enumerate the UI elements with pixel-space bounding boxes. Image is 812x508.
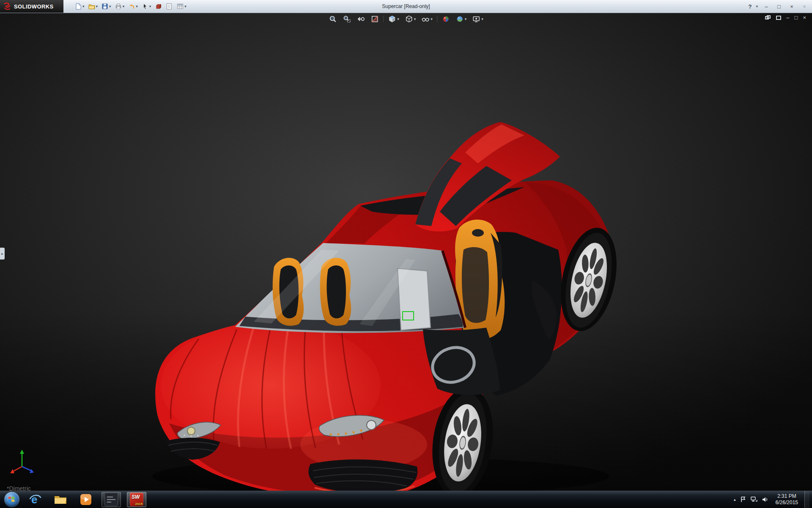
caret-down-icon[interactable]: ▾ [82,4,85,8]
taskbar-item-command-window[interactable] [102,492,121,507]
close-button[interactable]: × [787,3,796,10]
undo-button[interactable]: ▾ [126,1,139,11]
taskbar-item-solidworks[interactable]: SW 2015 [127,492,146,507]
heads-up-view-toolbar: ▾ ▾ ▾ [327,14,485,24]
toolbar-separator [383,16,384,22]
appearance-sphere-icon [442,15,450,23]
table-icon [176,3,184,10]
standard-toolbar: ▾ ▾ ▾ ▾ [73,1,188,11]
zoom-to-area-icon [343,15,351,23]
close-document-button[interactable]: × [800,3,809,10]
open-document-button[interactable]: ▾ [87,1,99,11]
caret-down-icon[interactable]: ▾ [481,17,483,21]
edit-appearance-button[interactable] [440,14,451,24]
edit-component-button[interactable] [153,1,163,11]
save-button[interactable]: ▾ [100,1,112,11]
sheet-icon [165,3,173,10]
internet-explorer-icon: e [28,493,42,506]
expand-right-icon: ▸ [1,252,3,256]
start-button[interactable] [4,492,19,507]
taskbar-item-media-player[interactable] [76,492,96,507]
display-style-button[interactable]: ▾ [403,14,417,24]
window-title: Supercar [Read-only] [382,3,430,9]
z-axis [22,467,31,471]
folder-icon [53,493,68,506]
caret-down-icon[interactable]: ▾ [184,4,187,8]
menu-expand-arrow[interactable]: ▸ [65,4,67,9]
caret-down-icon[interactable]: ▾ [96,4,98,8]
car-windshield [235,243,465,333]
previous-view-button[interactable] [355,14,366,24]
help-caret-icon[interactable]: ▾ [756,4,758,8]
doc-minimize-button[interactable]: – [786,14,789,21]
maximize-button[interactable]: □ [775,3,783,10]
zoom-to-fit-button[interactable] [327,14,338,24]
printer-icon [115,3,122,10]
solidworks-icon-text: SW [132,494,140,500]
network-icon[interactable] [750,496,758,503]
zoom-to-area-button[interactable] [341,14,352,24]
windows-flag-icon [8,496,16,503]
action-center-icon[interactable] [740,496,746,503]
brand-text: SOLIDWORKS [14,3,54,10]
system-tray: ▴ 2:31 PM 6/26/2015 [734,491,812,508]
caret-down-icon[interactable]: ▾ [465,17,467,21]
previous-view-icon [357,15,365,23]
graphics-area[interactable]: ▾ ▾ ▾ [0,13,812,491]
component-cube-icon [154,3,162,10]
taskbar: e SW 2015 ▴ [0,491,812,508]
caret-down-icon[interactable]: ▾ [397,17,399,21]
document-window-controls: – □ × [765,14,806,21]
solidworks-logo-icon [3,2,12,11]
caret-down-icon[interactable]: ▾ [414,17,416,21]
caret-down-icon[interactable]: ▾ [431,17,433,21]
toolbar-separator [437,16,437,22]
sheet-button[interactable] [164,1,174,11]
titlebar-right-controls: ? ▾ – □ × × [749,3,812,10]
hide-show-items-button[interactable]: ▾ [420,14,434,24]
section-view-button[interactable] [369,14,380,24]
doc-close-button[interactable]: × [803,14,806,21]
apply-scene-button[interactable]: ▾ [454,14,468,24]
caret-down-icon[interactable]: ▾ [136,4,138,8]
new-document-button[interactable]: ▾ [73,1,86,11]
command-window-icon [104,493,118,506]
new-document-icon [74,3,82,10]
solidworks-logo[interactable]: SOLIDWORKS [0,0,63,13]
open-folder-icon [88,3,96,10]
undo-arrow-icon [128,3,135,10]
zoom-to-fit-icon [329,15,337,23]
caret-down-icon[interactable]: ▾ [123,4,125,8]
view-cube-icon [388,15,396,23]
caret-down-icon[interactable]: ▾ [109,4,111,8]
solidworks-version-badge: 2015 [135,502,143,506]
tile-window-icon[interactable] [776,16,781,20]
feature-manager-expand-tab[interactable]: ▸ [0,248,5,260]
title-bar: SOLIDWORKS ▸ ▾ ▾ ▾ [0,0,812,13]
reference-triad[interactable] [9,448,36,476]
doc-restore-button[interactable]: □ [795,14,798,21]
taskbar-item-internet-explorer[interactable]: e [25,492,45,507]
cascade-windows-icon[interactable] [765,15,771,20]
view-orientation-button[interactable]: ▾ [387,14,401,24]
display-style-icon [405,15,413,23]
view-orientation-label: *Dimetric [7,485,31,491]
view-settings-button[interactable]: ▾ [471,14,485,24]
caret-down-icon[interactable]: ▾ [149,4,151,8]
design-table-button[interactable]: ▾ [175,1,188,11]
x-axis [13,467,22,472]
car-model [0,13,812,491]
taskbar-item-file-explorer[interactable] [51,492,70,507]
minimize-button[interactable]: – [762,3,771,10]
y-axis-arrow [20,450,24,454]
help-button[interactable]: ? [749,3,752,10]
tray-overflow-button[interactable]: ▴ [734,497,736,502]
solidworks-app-icon: SW 2015 [130,493,143,506]
volume-icon[interactable] [762,496,768,503]
media-player-icon [80,493,92,506]
select-tool-button[interactable]: ▾ [140,1,153,11]
print-button[interactable]: ▾ [113,1,126,11]
show-desktop-button[interactable] [804,491,809,508]
save-disk-icon [101,3,109,10]
taskbar-clock[interactable]: 2:31 PM 6/26/2015 [776,493,798,506]
